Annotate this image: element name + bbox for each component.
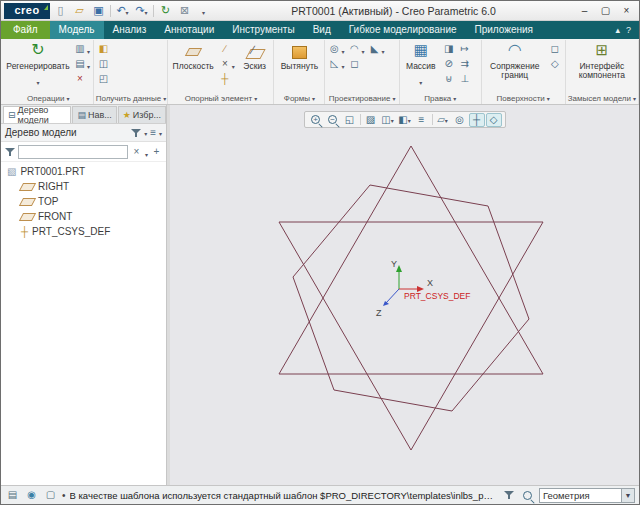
offset-button[interactable] [458, 56, 472, 71]
tab-annotations[interactable]: Аннотации [155, 21, 223, 39]
extend-button[interactable] [458, 41, 472, 56]
chevron-down-icon[interactable] [145, 143, 148, 161]
tab-tools[interactable]: Инструменты [223, 21, 303, 39]
delete-button[interactable] [73, 71, 91, 86]
customize-toolbar-button[interactable] [195, 3, 212, 19]
tree-item-csys[interactable]: PRT_CSYS_DEF [1, 224, 166, 239]
trim-button[interactable] [442, 56, 456, 71]
regenerate-button[interactable]: Регенерировать [5, 41, 71, 89]
shell-button[interactable] [347, 56, 365, 71]
mirror-button[interactable] [442, 41, 456, 56]
csys-name-label[interactable]: PRT_CSYS_DEF [404, 291, 470, 301]
tab-file[interactable]: Файл [1, 21, 50, 39]
group-label-editing[interactable]: Правка [402, 92, 479, 104]
plane-button[interactable]: Плоскость [170, 41, 215, 71]
spin-center-button[interactable]: ┼ [469, 113, 485, 127]
draft-button[interactable] [327, 56, 345, 71]
tree-item-front-plane[interactable]: FRONT [1, 209, 166, 224]
project-button[interactable] [458, 71, 472, 86]
datum-display-button[interactable]: ▱ [435, 113, 451, 127]
open-button[interactable] [71, 3, 88, 19]
group-label-get-data[interactable]: Получить данные [96, 92, 165, 104]
component-interface-button[interactable]: Интерфейс компонента [570, 41, 634, 80]
close-button[interactable]: × [617, 3, 636, 18]
combo-dropdown-button[interactable]: ▼ [621, 489, 634, 502]
notifications-button[interactable] [24, 488, 39, 502]
search-filter-icon[interactable] [5, 147, 15, 157]
coordinate-system-button[interactable] [218, 71, 236, 86]
group-label-model-intent[interactable]: Замысел модели [568, 92, 636, 104]
browser-button[interactable] [43, 488, 58, 502]
graphics-area[interactable]: Y X Z PRT_CSYS_DEF ◱ ▨ ◫ ◧ ≡ ▱ ◎ ┼ ◇ [170, 105, 639, 485]
fill-button[interactable] [548, 41, 562, 56]
group-label-engineering[interactable]: Проектирование [327, 92, 396, 104]
help-icon[interactable]: ? [626, 25, 631, 35]
merge-button[interactable] [442, 71, 456, 86]
tree-filter-icon[interactable] [131, 128, 141, 138]
maximize-button[interactable]: ▢ [596, 3, 615, 18]
sketch-button[interactable]: Эскиз [238, 41, 272, 71]
group-label-datum[interactable]: Опорный элемент [170, 92, 271, 104]
sketch-triangle-up[interactable] [279, 146, 543, 374]
sketch-triangle-down[interactable] [279, 222, 543, 450]
group-label-operations[interactable]: Операции [5, 92, 91, 104]
shrinkwrap-button[interactable] [96, 71, 110, 86]
copy-geometry-button[interactable] [96, 56, 110, 71]
round-button[interactable] [347, 41, 365, 56]
annotation-display-button[interactable]: ◎ [452, 113, 468, 127]
find-button[interactable] [520, 488, 535, 502]
regenerate-quick-button[interactable] [157, 3, 174, 19]
display-style-button[interactable]: ◫ [380, 113, 396, 127]
close-window-button[interactable] [176, 3, 193, 19]
chevron-down-icon[interactable] [144, 127, 147, 138]
boundary-blend-icon [508, 42, 522, 62]
refit-button[interactable]: ◱ [342, 113, 358, 127]
zoom-in-button[interactable] [308, 113, 324, 127]
minimize-icon: – [582, 5, 588, 16]
minimize-button[interactable]: – [575, 3, 594, 18]
group-label-shapes[interactable]: Формы [276, 92, 322, 104]
tab-analysis[interactable]: Анализ [104, 21, 156, 39]
new-button[interactable] [52, 3, 69, 19]
selection-filter-button[interactable] [501, 488, 516, 502]
view-manager-button[interactable]: ≡ [414, 113, 430, 127]
extrude-button[interactable]: Вытянуть [276, 41, 322, 71]
save-button[interactable] [90, 3, 107, 19]
tree-item-top-plane[interactable]: TOP [1, 194, 166, 209]
paste-button[interactable] [73, 56, 91, 71]
tab-model[interactable]: Модель [50, 21, 104, 39]
boundary-blend-button[interactable]: Сопряжение границ [484, 41, 546, 80]
chevron-down-icon[interactable] [159, 127, 162, 138]
redo-button[interactable] [133, 3, 150, 19]
tab-applications[interactable]: Приложения [466, 21, 543, 39]
chamfer-button[interactable] [367, 41, 385, 56]
tab-folder-navigator[interactable]: Нав... [72, 106, 116, 123]
default-coordinate-system[interactable]: Y X Z PRT_CSYS_DEF [376, 259, 470, 318]
expand-tree-icon[interactable]: + [151, 146, 162, 157]
pattern-button[interactable]: Массив [402, 41, 440, 89]
tab-view[interactable]: Вид [304, 21, 340, 39]
collapse-ribbon-icon[interactable]: ▴ [615, 25, 620, 35]
saved-orientations-button[interactable]: ◧ [397, 113, 413, 127]
redo-icon [135, 5, 144, 16]
tab-favorites[interactable]: Избр... [118, 106, 166, 123]
user-defined-feature-button[interactable] [96, 41, 110, 56]
clear-search-icon[interactable]: × [131, 146, 142, 157]
tree-item-right-plane[interactable]: RIGHT [1, 179, 166, 194]
group-label-surfaces[interactable]: Поверхности [484, 92, 563, 104]
tree-search-input[interactable] [18, 145, 128, 159]
tree-display-options-icon[interactable] [150, 128, 156, 138]
graphics-options-button[interactable]: ◇ [486, 113, 502, 127]
datum-plane-icon [19, 198, 36, 206]
zoom-out-button[interactable] [325, 113, 341, 127]
freestyle-button[interactable] [548, 56, 562, 71]
tree-item-part[interactable]: PRT0001.PRT [1, 164, 166, 179]
repaint-button[interactable]: ▨ [363, 113, 379, 127]
selection-filter-combo[interactable]: Геометрия ▼ [539, 488, 635, 503]
message-log-button[interactable] [5, 488, 20, 502]
undo-button[interactable] [114, 3, 131, 19]
tab-flexible-modeling[interactable]: Гибкое моделирование [340, 21, 466, 39]
point-button[interactable] [218, 56, 236, 71]
tab-model-tree[interactable]: Дерево модели [3, 106, 71, 123]
chevron-down-icon [408, 114, 411, 125]
